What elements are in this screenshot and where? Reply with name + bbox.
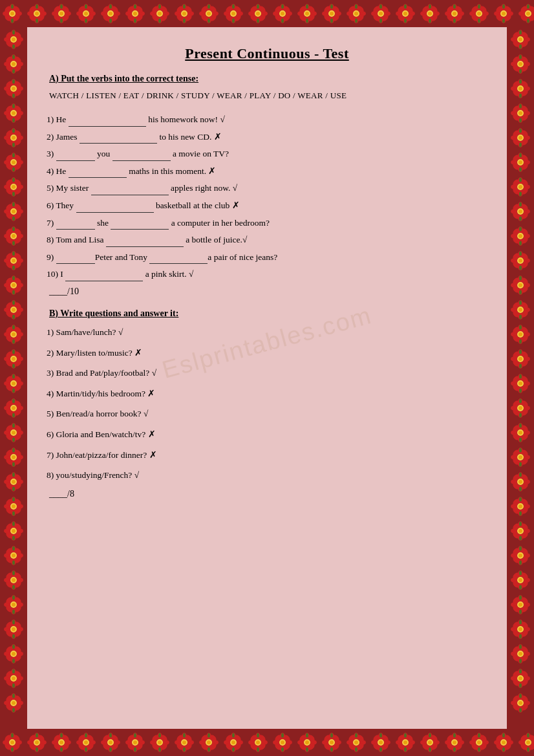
flower-icon [467, 1, 491, 26]
flower-icon [1, 396, 26, 420]
svg-point-1091 [518, 480, 522, 484]
svg-point-1064 [519, 424, 522, 428]
svg-point-1151 [518, 603, 522, 607]
svg-point-179 [354, 12, 358, 16]
svg-point-909 [519, 118, 522, 123]
flower-icon [1, 617, 26, 642]
svg-point-812 [12, 596, 15, 600]
svg-point-141 [281, 19, 284, 23]
flower-icon [508, 666, 533, 691]
svg-point-488 [453, 733, 456, 738]
flower-icon [344, 730, 368, 755]
flower-icon [491, 1, 516, 26]
flower-icon [98, 1, 123, 26]
svg-point-176 [355, 5, 358, 9]
flower-icon [508, 125, 533, 150]
svg-point-8 [11, 5, 14, 9]
flower-icon [1, 568, 26, 592]
flower-icon [344, 1, 368, 26]
svg-point-239 [477, 12, 481, 16]
svg-point-1115 [518, 529, 522, 533]
svg-point-407 [281, 740, 284, 744]
svg-point-741 [12, 462, 15, 467]
flower-icon [1, 642, 26, 666]
svg-point-609 [12, 192, 15, 197]
svg-point-791 [12, 554, 16, 557]
svg-point-731 [12, 431, 16, 435]
flower-icon [442, 730, 467, 755]
svg-point-369 [208, 748, 210, 752]
svg-point-32 [60, 5, 63, 9]
svg-point-584 [12, 129, 15, 133]
svg-point-129 [257, 19, 259, 23]
svg-point-897 [519, 94, 522, 98]
list-item: 2) Mary/listen to/music? ✗ [47, 346, 487, 360]
svg-point-1005 [519, 315, 522, 319]
svg-point-501 [478, 748, 480, 752]
svg-point-189 [379, 19, 382, 23]
svg-point-755 [12, 480, 16, 484]
svg-point-873 [519, 45, 522, 49]
flower-icon [508, 642, 533, 666]
svg-point-177 [355, 19, 358, 23]
svg-point-80 [158, 5, 161, 9]
svg-point-956 [519, 202, 522, 207]
flower-icon [508, 519, 533, 543]
flower-icon [172, 1, 197, 26]
svg-point-273 [11, 748, 14, 752]
svg-point-309 [85, 748, 87, 752]
svg-point-128 [257, 5, 259, 9]
svg-point-1197 [519, 708, 522, 713]
svg-point-320 [109, 733, 112, 738]
flower-icon [0, 1, 25, 26]
svg-point-1067 [518, 431, 522, 435]
svg-point-201 [404, 19, 407, 23]
blank [149, 255, 208, 264]
flower-icon [74, 730, 98, 755]
main-content: Eslprintables.com Present Continuous - T… [27, 27, 507, 729]
list-item: 6) They basketball at the club ✗ [47, 199, 487, 213]
list-item: 8) you/studying/French? √ [47, 468, 487, 482]
list-item: 1) He his homework now! √ [47, 113, 487, 127]
svg-point-356 [183, 733, 186, 738]
svg-point-669 [12, 315, 15, 319]
flower-icon [1, 691, 26, 715]
section-a-label: A) Put the verbs into the correct tense: [49, 74, 487, 84]
svg-point-368 [208, 733, 210, 738]
flower-icon [508, 494, 533, 519]
svg-point-573 [12, 118, 15, 123]
svg-point-1175 [518, 652, 522, 656]
svg-point-381 [232, 748, 235, 752]
svg-point-728 [12, 424, 15, 428]
flower-icon [1, 27, 26, 52]
svg-point-297 [60, 748, 63, 752]
svg-point-1029 [519, 364, 522, 369]
svg-point-92 [183, 5, 186, 9]
svg-point-143 [281, 12, 284, 16]
svg-point-513 [502, 748, 505, 752]
svg-point-944 [519, 178, 522, 182]
section-b-list: 1) Sam/have/lunch? √ 2) Mary/listen to/m… [47, 325, 487, 482]
svg-point-599 [12, 160, 16, 164]
svg-point-416 [306, 733, 308, 738]
svg-point-575 [12, 111, 16, 115]
flower-icon [508, 371, 533, 396]
svg-point-188 [379, 5, 382, 9]
svg-point-585 [12, 143, 15, 147]
svg-point-885 [519, 69, 522, 74]
svg-point-707 [12, 382, 16, 385]
flower-icon [393, 1, 418, 26]
svg-point-563 [12, 87, 16, 91]
svg-point-525 [527, 748, 529, 752]
svg-point-683 [12, 332, 16, 336]
svg-point-743 [12, 455, 16, 459]
svg-point-1161 [519, 634, 522, 639]
flower-icon [1, 445, 26, 470]
svg-point-345 [158, 748, 161, 752]
flower-icon [508, 543, 533, 568]
flower-icon [508, 101, 533, 125]
word-bank: WATCH / LISTEN / EAT / DRINK / STUDY / W… [49, 91, 487, 101]
svg-point-872 [519, 30, 522, 35]
svg-point-404 [281, 733, 284, 738]
svg-point-947 [518, 185, 522, 189]
